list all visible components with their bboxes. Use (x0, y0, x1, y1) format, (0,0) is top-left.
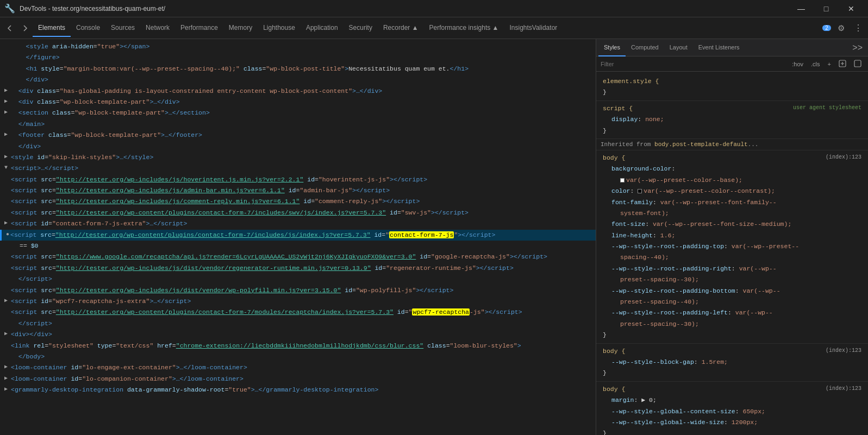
style-prop-background-val: var(--wp--preset--color--base); (603, 175, 861, 186)
style-prop-padding-top2: spacing--40); (603, 252, 861, 263)
window-controls: — □ ✕ (789, 0, 864, 17)
style-selector-script: script { (603, 104, 633, 114)
element-line: <grammarly-desktop-integration data-gram… (0, 384, 596, 395)
style-close-brace4: } (603, 428, 861, 435)
element-line: <footer class="wp-block-template-part">…… (0, 130, 596, 141)
style-close-brace3: } (603, 368, 861, 379)
devtools-icon: 🔧 (4, 3, 15, 14)
main-container: <style aria-hidden="true"></span> </figu… (0, 39, 868, 435)
maximize-button[interactable]: □ (814, 0, 839, 17)
sub-tab-layout[interactable]: Layout (664, 39, 693, 56)
tab-network[interactable]: Network (140, 20, 175, 37)
filter-bar: :hov .cls + (596, 56, 868, 72)
settings-button[interactable]: ⚙ (833, 21, 848, 36)
element-line: <h1 style="margin-bottom:var(--wp--prese… (0, 64, 596, 74)
tab-performance-insights[interactable]: Performance insights ▲ (424, 20, 504, 37)
element-line: <div class="wp-block-template-part">…</d… (0, 97, 596, 108)
style-block-element: element.style { } (596, 74, 868, 101)
style-close-brace: } (603, 125, 861, 136)
tab-bar-right: 2 ⚙ ⋮ (822, 21, 866, 36)
close-style-button[interactable] (852, 59, 864, 70)
element-line: </main> (0, 119, 596, 130)
style-prop-fontsize: font-size: var(--wp--preset--font-size--… (603, 219, 861, 230)
element-line: </div> (0, 141, 596, 152)
elements-panel[interactable]: <style aria-hidden="true"></span> </figu… (0, 39, 596, 435)
tab-console[interactable]: Console (71, 20, 105, 37)
style-block-body2: body { (index):123 --wp--style--block-ga… (596, 344, 868, 382)
tab-lighthouse[interactable]: Lighthouse (258, 20, 301, 37)
tab-bar: Elements Console Sources Network Perform… (0, 17, 868, 39)
tab-memory[interactable]: Memory (223, 20, 258, 37)
style-prop-line: display: none; (603, 114, 861, 125)
tab-security[interactable]: Security (344, 20, 378, 37)
style-block-script: script { user agent stylesheet display: … (596, 101, 868, 139)
style-prop-padding-left2: preset--spacing--30); (603, 319, 861, 330)
sub-tab-bar: Styles Computed Layout Event Listeners >… (596, 39, 868, 56)
minimize-button[interactable]: — (789, 0, 814, 17)
source-link-1[interactable]: (index):123 (826, 153, 861, 163)
element-line-selected: ● <script src="http://tester.org/wp-cont… (0, 230, 596, 241)
style-prop-padding-bottom2: preset--spacing--40); (603, 297, 861, 307)
element-line: </figure> (0, 52, 596, 63)
styles-content[interactable]: element.style { } script { user agent st… (596, 72, 868, 435)
element-line: </script> (0, 318, 596, 329)
element-line: <script src="http://tester.org/wp-includ… (0, 196, 596, 207)
element-line: <script id="contact-form-7-js-extra">…</… (0, 218, 596, 229)
element-line: <script src="https://www.google.com/reca… (0, 251, 596, 262)
style-prop-contentsize: --wp--style--global--content-size: 650px… (603, 406, 861, 417)
style-prop-fontfamily2: system-font); (603, 208, 861, 219)
more-button[interactable]: ⋮ (851, 21, 866, 36)
element-line: <script src="http://tester.org/wp-includ… (0, 263, 596, 274)
element-line: <loom-container id="lo-engage-ext-contai… (0, 362, 596, 373)
notification-badge: 2 (822, 25, 831, 31)
element-line: <section class="wp-block-template-part">… (0, 108, 596, 118)
tab-sources[interactable]: Sources (105, 20, 140, 37)
style-prop-background: background-color: (603, 163, 861, 174)
style-prop-fontfamily: font-family: var(--wp--preset--font-fami… (603, 197, 861, 208)
add-style-button[interactable]: + (826, 60, 833, 68)
source-link-3[interactable]: (index):123 (826, 384, 861, 394)
element-line: <style aria-hidden="true"></span> (0, 41, 596, 52)
cls-button[interactable]: .cls (809, 60, 822, 68)
sub-tab-styles[interactable]: Styles (598, 39, 626, 56)
hov-button[interactable]: :hov (790, 60, 805, 68)
nav-back-button[interactable] (2, 21, 17, 36)
sub-tab-computed[interactable]: Computed (626, 39, 664, 56)
element-line: <script src="http://tester.org/wp-includ… (0, 285, 596, 296)
element-line: <script src="http://tester.org/wp-conten… (0, 207, 596, 218)
element-line: <script src="http://tester.org/wp-includ… (0, 185, 596, 196)
body-selector-2: body { (603, 346, 625, 356)
style-prop-padding-right2: preset--spacing--30); (603, 274, 861, 285)
filter-input[interactable] (601, 61, 786, 67)
tab-insightsvalidator[interactable]: InsightsValidator (504, 20, 563, 37)
style-prop-widesize: --wp--style--global--wide-size: 1200px; (603, 417, 861, 428)
body-selector-3: body { (603, 384, 625, 394)
element-line: </div> (0, 74, 596, 85)
element-line: <script id="wpcf7-recaptcha-js-extra">…<… (0, 296, 596, 307)
tab-recorder[interactable]: Recorder ▲ (378, 20, 424, 37)
tab-application[interactable]: Application (301, 20, 344, 37)
element-line: == $0 (0, 241, 596, 251)
style-prop-padding-left: --wp--style--root--padding-left: var(--w… (603, 307, 861, 318)
source-link-2[interactable]: (index):123 (826, 346, 861, 356)
toggle-style-button[interactable] (836, 59, 848, 70)
close-button[interactable]: ✕ (839, 0, 864, 17)
title-bar: 🔧 DevTools - tester.org/necessitatibus-q… (0, 0, 868, 17)
style-selector: element.style { (603, 78, 659, 85)
style-prop-padding-bottom: --wp--style--root--padding-bottom: var(-… (603, 286, 861, 297)
tab-elements[interactable]: Elements (33, 20, 71, 37)
sub-tab-more-button[interactable]: >> (849, 43, 866, 53)
style-prop-margin: margin: ▶ 0; (603, 395, 861, 406)
style-origin: user agent stylesheet (793, 104, 861, 114)
style-prop-lineheight: line-height: 1.6; (603, 230, 861, 241)
style-block-body1: body { (index):123 background-color: var… (596, 150, 868, 344)
tab-performance[interactable]: Performance (175, 20, 223, 37)
element-line: <script src="http://tester.org/wp-includ… (0, 174, 596, 185)
inherited-header: Inherited from body.post-template-defaul… (596, 139, 868, 150)
svg-rect-1 (854, 60, 861, 67)
sub-tab-event-listeners[interactable]: Event Listeners (693, 39, 745, 56)
nav-forward-button[interactable] (17, 21, 33, 36)
style-prop-padding-right: --wp--style--root--padding-right: var(--… (603, 263, 861, 274)
style-brace: } (603, 89, 607, 96)
element-line: <script>…</script> (0, 163, 596, 174)
